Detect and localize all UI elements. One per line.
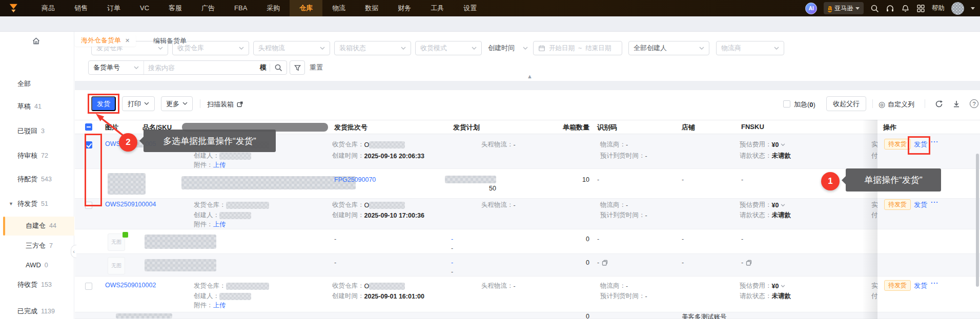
close-icon[interactable]: ✕: [125, 37, 130, 44]
bell-icon[interactable]: [901, 4, 910, 13]
estimated-fee-field[interactable]: 预估费用：¥0: [740, 201, 785, 209]
tab-overseas-stocking-list[interactable]: 海外仓备货单 ✕: [75, 34, 136, 47]
nav-item-vc[interactable]: VC: [130, 0, 159, 16]
advanced-filter-button[interactable]: [290, 60, 305, 75]
nav-item-settings[interactable]: 设置: [454, 0, 486, 16]
payment-status-field: 请款状态：未请款: [740, 152, 791, 160]
copy-icon[interactable]: [746, 260, 752, 266]
nav-item-tools[interactable]: 工具: [421, 0, 454, 16]
sidebar-item-draft[interactable]: 草稿41: [0, 99, 74, 114]
filter-packing-status-select[interactable]: 装箱状态: [334, 41, 411, 55]
customize-columns-button[interactable]: ◎ 自定义列: [879, 100, 914, 109]
filter-carrier-select[interactable]: 物流商: [716, 41, 784, 55]
redaction-blur: [369, 202, 405, 209]
apps-grid-icon[interactable]: [916, 4, 925, 13]
clipped-column-text: 实: [871, 282, 878, 290]
filter-collapse-handle[interactable]: ▲: [527, 73, 533, 79]
nav-item-warehouse[interactable]: 仓库: [290, 0, 322, 16]
sidebar-item-self-warehouse[interactable]: 自建仓44: [0, 218, 74, 233]
collapse-parent-rows-button[interactable]: 收起父行: [826, 96, 866, 111]
sidebar-item-to-allocate[interactable]: 待配货543: [0, 172, 74, 187]
upload-link[interactable]: 上传: [213, 301, 226, 310]
home-icon[interactable]: [32, 36, 40, 45]
upload-link[interactable]: 上传: [213, 220, 226, 229]
estimated-fee-field[interactable]: 预估费用：¥0: [740, 282, 785, 290]
help-icon[interactable]: ?: [970, 99, 978, 108]
plan-link[interactable]: -: [451, 236, 453, 243]
nav-item-ads[interactable]: 广告: [192, 0, 224, 16]
help-link[interactable]: 帮助: [932, 4, 945, 13]
col-header-action: 操作: [883, 123, 896, 132]
account-caret-icon[interactable]: [971, 7, 975, 10]
marketplace-switcher[interactable]: a 亚马逊: [824, 2, 864, 14]
reset-button[interactable]: 重置: [310, 63, 323, 72]
clipped-column-text: 付: [871, 292, 878, 301]
print-button[interactable]: 打印: [122, 96, 155, 111]
search-input[interactable]: [144, 64, 257, 72]
sidebar-item-pending-review[interactable]: 待审核72: [0, 148, 74, 163]
search-icon[interactable]: [274, 63, 282, 72]
row-more-actions[interactable]: ···: [931, 280, 939, 287]
sidebar-item-to-ship[interactable]: ▼ 待发货51: [0, 196, 74, 211]
row-more-actions[interactable]: ···: [931, 199, 939, 206]
refresh-icon[interactable]: [935, 100, 943, 108]
download-icon[interactable]: [952, 100, 961, 108]
more-button[interactable]: 更多: [161, 96, 193, 111]
sidebar-item-all[interactable]: 全部: [0, 76, 74, 92]
headset-icon[interactable]: [886, 4, 894, 13]
nav-item-fba[interactable]: FBA: [224, 0, 257, 16]
row-ship-action[interactable]: 发货: [914, 200, 927, 209]
top-nav-menu: 商品 销售 订单 VC 客服 广告 FBA 采购 仓库 物流 数据 财务 工具 …: [32, 0, 486, 16]
filter-create-time-select[interactable]: 创建时间: [486, 41, 530, 55]
code-value: -: [597, 236, 599, 243]
fuzzy-mode-toggle[interactable]: 模: [257, 63, 270, 72]
nav-item-logistics[interactable]: 物流: [322, 0, 355, 16]
sidebar-collapse-handle[interactable]: ‹: [71, 245, 76, 258]
product-name-blur: [181, 176, 356, 189]
row-checkbox[interactable]: [85, 283, 92, 290]
avatar[interactable]: [951, 2, 964, 15]
row-ship-action[interactable]: 发货: [914, 281, 927, 290]
nav-item-sales[interactable]: 销售: [65, 0, 97, 16]
nav-item-orders[interactable]: 订单: [97, 0, 130, 16]
search-type-select[interactable]: 备货单号: [89, 61, 144, 74]
col-header-code: 识别码: [597, 123, 617, 132]
expand-caret-icon[interactable]: ▼: [9, 196, 13, 211]
tab-edit-stocking-list[interactable]: 编辑备货单: [153, 36, 187, 46]
filter-receive-mode-select[interactable]: 收货模式: [415, 41, 482, 55]
sidebar-item-third-party-warehouse[interactable]: 三方仓7: [0, 238, 74, 253]
urgent-checkbox[interactable]: [783, 100, 790, 108]
row-more-actions[interactable]: ···: [931, 138, 939, 145]
sidebar-item-to-receive[interactable]: 待收货153: [0, 277, 74, 292]
batch-number-link[interactable]: FPG25090070: [334, 176, 376, 183]
filter-creator-select[interactable]: 全部创建人: [628, 41, 709, 55]
search-icon[interactable]: [870, 4, 879, 13]
filter-date-range[interactable]: 开始日期 ~ 结束日期: [533, 41, 622, 55]
redaction-blur: [219, 153, 251, 160]
first-leg-field: 头程物流：-: [481, 201, 516, 209]
sidebar-item-rejected[interactable]: 已驳回3: [0, 123, 74, 139]
order-link[interactable]: OWS2509100004: [105, 201, 156, 208]
order-link[interactable]: OWS2509010002: [105, 282, 156, 289]
app-window: 商品 销售 订单 VC 客服 广告 FBA 采购 仓库 物流 数据 财务 工具 …: [0, 0, 980, 319]
scan-packing-link[interactable]: 扫描装箱: [207, 100, 243, 109]
panel-gap: [75, 81, 980, 90]
ai-assistant-button[interactable]: AI: [805, 3, 817, 14]
chevron-down-icon: [401, 47, 406, 50]
nav-item-products[interactable]: 商品: [32, 0, 65, 16]
plan-link[interactable]: -: [451, 259, 453, 266]
nav-item-service[interactable]: 客服: [159, 0, 192, 16]
upload-link[interactable]: 上传: [213, 161, 226, 169]
estimated-fee-field[interactable]: 预估费用：¥0: [740, 140, 785, 149]
sidebar-item-awd[interactable]: AWD0: [0, 258, 74, 273]
vertical-scrollbar[interactable]: [976, 154, 979, 287]
fnsku-value: -: [741, 236, 743, 243]
bundle-badge-icon: [122, 231, 129, 238]
nav-item-finance[interactable]: 财务: [388, 0, 421, 16]
nav-item-purchase[interactable]: 采购: [257, 0, 290, 16]
chevron-down-icon: [320, 47, 325, 50]
copy-icon[interactable]: [602, 260, 608, 266]
sidebar-item-completed[interactable]: 已完成1139: [0, 304, 74, 319]
nav-item-data[interactable]: 数据: [355, 0, 388, 16]
filter-first-leg-select[interactable]: 头程物流: [253, 41, 330, 55]
